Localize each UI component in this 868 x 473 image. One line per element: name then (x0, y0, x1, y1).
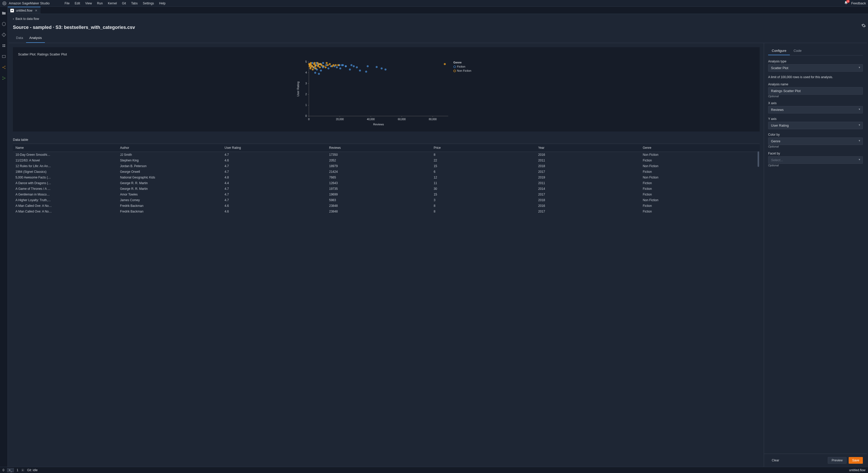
left-activity-bar (0, 7, 8, 467)
table-cell: 11 (431, 180, 536, 186)
svg-point-68 (381, 68, 383, 69)
hexagon-icon[interactable] (2, 22, 6, 26)
menu-edit[interactable]: Edit (72, 1, 83, 6)
clear-button[interactable]: Clear (768, 457, 783, 464)
menu-settings[interactable]: Settings (141, 1, 157, 6)
folder-icon[interactable] (2, 11, 6, 15)
table-row: A Gentleman in Mosco…Amor Towles4.719699… (13, 192, 760, 197)
table-cell: 2017 (536, 169, 640, 175)
tab-code[interactable]: Code (790, 47, 805, 55)
table-cell: Stephen King (117, 158, 222, 163)
notifications-button[interactable]: 4 (844, 1, 848, 6)
table-cell: 4.8 (222, 175, 327, 180)
svg-point-110 (309, 64, 311, 66)
table-cell: 15 (431, 192, 536, 197)
analysis-panel: Scatter Plot: Ratings Scatter Plot 01234… (9, 43, 764, 467)
status-gear-icon[interactable] (21, 468, 25, 472)
table-cell: 2016 (536, 152, 640, 158)
svg-text:0: 0 (305, 115, 307, 117)
scatter-plot: 012345020,00040,00060,00080,000ReviewsUs… (293, 59, 479, 126)
svg-point-14 (2, 79, 3, 80)
chart-title: Scatter Plot: Ratings Scatter Plot (18, 52, 754, 56)
svg-point-69 (385, 69, 386, 70)
configure-panel: Configure Code Analysis type Scatter Plo… (764, 43, 867, 467)
data-table-scroll[interactable]: NameAuthorUser RatingReviewsPriceYearGen… (13, 144, 760, 216)
table-header[interactable]: Reviews (327, 144, 431, 152)
scrollbar-thumb[interactable] (757, 151, 759, 167)
table-cell: 6 (431, 169, 536, 175)
table-cell: 8 (431, 209, 536, 214)
git-icon[interactable] (2, 32, 6, 37)
table-cell: 19699 (327, 192, 431, 197)
terminal-icon[interactable]: >_ (7, 468, 14, 472)
table-header[interactable]: Price (431, 144, 536, 152)
window-icon[interactable] (2, 54, 6, 59)
svg-text:3: 3 (305, 82, 307, 85)
table-header[interactable]: Year (536, 144, 640, 152)
feedback-link[interactable]: Feedback (851, 1, 866, 5)
back-link-text: Back to data flow (16, 17, 39, 21)
table-cell: Fiction (640, 180, 760, 186)
table-row: A Man Called Ove: A No…Fredrik Backman4.… (13, 203, 760, 209)
table-cell: A Higher Loyalty: Truth,… (13, 197, 117, 203)
svg-point-93 (323, 65, 324, 67)
table-cell: 2017 (536, 209, 640, 214)
table-cell: 4.4 (222, 180, 327, 186)
tab-configure[interactable]: Configure (768, 47, 790, 55)
tab-analysis[interactable]: Analysis (26, 34, 44, 43)
table-cell: Non Fiction (640, 175, 760, 180)
table-cell: Non Fiction (640, 152, 760, 158)
extensions-icon[interactable] (2, 43, 6, 48)
back-to-data-flow-link[interactable]: ‹ Back to data flow (9, 14, 867, 23)
table-cell: Fiction (640, 203, 760, 209)
menu-git[interactable]: Git (120, 1, 128, 6)
preview-button[interactable]: Preview (828, 457, 846, 464)
table-row: A Game of Thrones / A …George R. R. Mart… (13, 186, 760, 192)
table-cell: 18979 (327, 163, 431, 169)
pipeline-icon[interactable] (2, 76, 6, 81)
analysis-name-input[interactable] (768, 87, 863, 95)
svg-point-6 (2, 46, 4, 47)
svg-point-1 (4, 3, 5, 4)
table-cell: Fiction (640, 192, 760, 197)
svg-point-95 (327, 64, 329, 66)
svg-point-48 (345, 65, 347, 67)
file-tab-untitled-flow[interactable]: untitled.flow ✕ (8, 7, 40, 14)
menu-view[interactable]: View (83, 1, 94, 6)
colorby-select[interactable]: Genre (768, 137, 863, 145)
close-icon[interactable]: ✕ (34, 9, 38, 12)
table-cell: 2011 (536, 158, 640, 163)
table-cell: 12 (431, 175, 536, 180)
yaxis-label: Y axis (768, 117, 863, 121)
table-cell: 3 (431, 197, 536, 203)
menu-kernel[interactable]: Kernel (105, 1, 120, 6)
table-header[interactable]: Name (13, 144, 117, 152)
table-header[interactable]: Genre (640, 144, 760, 152)
data-table-title: Data table (13, 138, 760, 141)
table-cell: A Man Called Ove: A No… (13, 209, 117, 214)
menu-help[interactable]: Help (157, 1, 168, 6)
svg-text:20,000: 20,000 (336, 118, 344, 121)
svg-point-106 (310, 62, 312, 64)
svg-point-111 (326, 62, 328, 64)
svg-point-108 (317, 62, 318, 64)
menu-tabs[interactable]: Tabs (128, 1, 140, 6)
table-header[interactable]: User Rating (222, 144, 327, 152)
facetby-select[interactable]: Select... (768, 156, 863, 164)
tab-data[interactable]: Data (13, 34, 26, 43)
menu-run[interactable]: Run (94, 1, 105, 6)
menu-file[interactable]: File (62, 1, 72, 6)
svg-text:2: 2 (305, 93, 307, 96)
analysis-type-select[interactable]: Scatter Plot (768, 64, 863, 72)
yaxis-select[interactable]: User Rating (768, 122, 863, 129)
svg-point-89 (314, 64, 316, 66)
svg-point-60 (336, 67, 338, 68)
gear-icon[interactable] (861, 23, 866, 28)
table-cell: Fredrik Backman (117, 209, 222, 214)
flow-orange-icon[interactable] (2, 65, 6, 70)
save-button[interactable]: Save (849, 457, 863, 464)
table-cell: Non Fiction (640, 197, 760, 203)
table-cell: 4.7 (222, 192, 327, 197)
table-header[interactable]: Author (117, 144, 222, 152)
xaxis-select[interactable]: Reviews (768, 106, 863, 114)
